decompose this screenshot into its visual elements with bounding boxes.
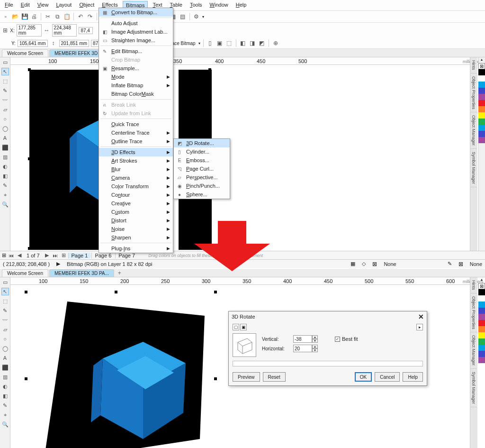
- menuitem[interactable]: ▯Cylinder...: [174, 147, 230, 156]
- tool-14[interactable]: ⌖: [1, 411, 9, 419]
- tool-7[interactable]: ◯: [1, 125, 9, 132]
- color-swatch[interactable]: [478, 137, 485, 143]
- menuitem[interactable]: ▭Straighten Image...: [99, 36, 173, 45]
- menuitem[interactable]: EEmboss...: [174, 156, 230, 165]
- color-swatch[interactable]: [478, 289, 485, 295]
- menuitem[interactable]: ◉Pinch/Punch...: [174, 182, 230, 190]
- menuitem[interactable]: Outline Trace▶: [99, 137, 173, 146]
- tool-4[interactable]: 〰: [1, 96, 9, 104]
- opt3-icon[interactable]: ⬚: [225, 39, 233, 47]
- tool-1[interactable]: ↖: [1, 288, 9, 295]
- bitmap-rotated[interactable]: [25, 294, 219, 448]
- tool-1[interactable]: ↖: [1, 68, 9, 75]
- color-swatch[interactable]: [478, 119, 485, 125]
- color-swatch[interactable]: [478, 131, 485, 137]
- docker-tab[interactable]: Hints: [470, 57, 477, 73]
- w-value[interactable]: 224,348 mm: [52, 24, 77, 37]
- tool-11[interactable]: ◐: [1, 163, 9, 170]
- preview-button[interactable]: Preview: [233, 372, 260, 382]
- cut-icon[interactable]: ✂: [44, 13, 52, 20]
- dlg-tab-end[interactable]: ▸: [416, 324, 423, 330]
- color-swatch[interactable]: [478, 326, 485, 332]
- menu-file[interactable]: File: [2, 1, 16, 9]
- vert-down[interactable]: ▼: [312, 339, 318, 343]
- tool-3[interactable]: ✎: [1, 87, 9, 94]
- print-icon[interactable]: 🖨: [30, 13, 38, 20]
- tool-12[interactable]: ◧: [1, 172, 9, 180]
- color-swatch[interactable]: [478, 295, 485, 302]
- page-last[interactable]: ⏭: [51, 253, 59, 258]
- outline-icon[interactable]: ✎: [448, 261, 452, 267]
- rotate-preview[interactable]: [233, 333, 256, 357]
- docker-tab[interactable]: Object Properties: [470, 73, 477, 113]
- doc-tab[interactable]: MEMBERI EFEK 3D PA...: [49, 269, 114, 277]
- menuitem[interactable]: ●Sphere...: [174, 190, 230, 199]
- tool-9[interactable]: ⬛: [1, 144, 9, 151]
- tool-6[interactable]: ○: [1, 115, 9, 123]
- align3-icon[interactable]: ◩: [258, 39, 266, 47]
- fill-swatch[interactable]: ◇: [362, 261, 366, 267]
- menu-tools[interactable]: Tools: [187, 1, 205, 9]
- reset-button[interactable]: Reset: [263, 372, 286, 382]
- tool-5[interactable]: ▱: [1, 326, 9, 333]
- fill-icon[interactable]: ▦: [350, 261, 355, 267]
- docker-tab[interactable]: Hints: [470, 277, 477, 293]
- palette-up[interactable]: ▴: [478, 57, 485, 63]
- play-icon[interactable]: ▶: [56, 261, 60, 267]
- open-icon[interactable]: 📂: [11, 13, 19, 20]
- color-swatch[interactable]: [478, 75, 485, 82]
- opts2-icon[interactable]: ▤: [179, 13, 187, 20]
- x-value[interactable]: 177,285 mm: [17, 24, 42, 37]
- color-swatch[interactable]: [478, 345, 485, 351]
- tool-0[interactable]: ▭: [1, 278, 9, 286]
- menuitem[interactable]: Bitmap Color Mask: [99, 90, 173, 98]
- menuitem[interactable]: ▱Perspective...: [174, 173, 230, 182]
- save-icon[interactable]: 💾: [21, 13, 28, 20]
- page-prev[interactable]: ◀: [16, 252, 23, 258]
- color-swatch[interactable]: [478, 88, 485, 94]
- tool-10[interactable]: ▥: [1, 373, 9, 381]
- menuitem[interactable]: Blur▶: [99, 165, 173, 174]
- vertical-input[interactable]: [293, 335, 312, 343]
- menuitem[interactable]: Contour▶: [99, 191, 173, 199]
- menuitem[interactable]: Noise▶: [99, 225, 173, 233]
- menu-window[interactable]: Window: [207, 1, 231, 9]
- tool-8[interactable]: A: [1, 354, 9, 362]
- color-swatch[interactable]: [478, 308, 485, 314]
- menu-edit[interactable]: Edit: [18, 1, 33, 9]
- tool-13[interactable]: ✎: [1, 182, 9, 189]
- new-icon[interactable]: ▫: [2, 13, 9, 20]
- no-color[interactable]: ⊠: [478, 63, 485, 69]
- horz-up[interactable]: ▲: [312, 345, 318, 348]
- menuitem[interactable]: ◩3D Rotate...: [174, 139, 230, 147]
- tool-15[interactable]: 🔍: [1, 421, 9, 428]
- tool-5[interactable]: ▱: [1, 106, 9, 113]
- palette-up[interactable]: ▴: [478, 277, 485, 283]
- bestfit-check[interactable]: ✓Best fit: [335, 336, 358, 342]
- align2-icon[interactable]: ◨: [249, 39, 256, 47]
- color-swatch[interactable]: [478, 112, 485, 119]
- color-swatch[interactable]: [478, 357, 485, 363]
- tool-4[interactable]: 〰: [1, 316, 9, 324]
- menuitem[interactable]: Color Transform▶: [99, 182, 173, 191]
- close-icon[interactable]: ✕: [418, 313, 424, 320]
- docker-tab[interactable]: Symbol Manager: [470, 369, 477, 407]
- tool-14[interactable]: ⌖: [1, 191, 9, 199]
- color-swatch[interactable]: [478, 302, 485, 308]
- docker-tab[interactable]: Symbol Manager: [470, 149, 477, 187]
- dlg-tab1[interactable]: ▢: [233, 324, 239, 330]
- menuitem[interactable]: Auto Adjust: [99, 19, 173, 27]
- tool-8[interactable]: A: [1, 134, 9, 142]
- menuitem[interactable]: Camera▶: [99, 174, 173, 182]
- menuitem[interactable]: Distort▶: [99, 216, 173, 225]
- menu-object[interactable]: Object: [76, 1, 97, 9]
- page-first[interactable]: ⏮: [7, 253, 15, 258]
- color-swatch[interactable]: [478, 106, 485, 112]
- menuitem[interactable]: ◧Image Adjustment Lab...: [99, 27, 173, 36]
- add-tab[interactable]: +: [115, 270, 124, 276]
- h-value[interactable]: 201,851 mm: [59, 40, 90, 47]
- color-swatch[interactable]: [478, 69, 485, 75]
- scalex-value[interactable]: 87,4: [79, 27, 93, 34]
- tool-7[interactable]: ◯: [1, 345, 9, 352]
- color-swatch[interactable]: [478, 314, 485, 320]
